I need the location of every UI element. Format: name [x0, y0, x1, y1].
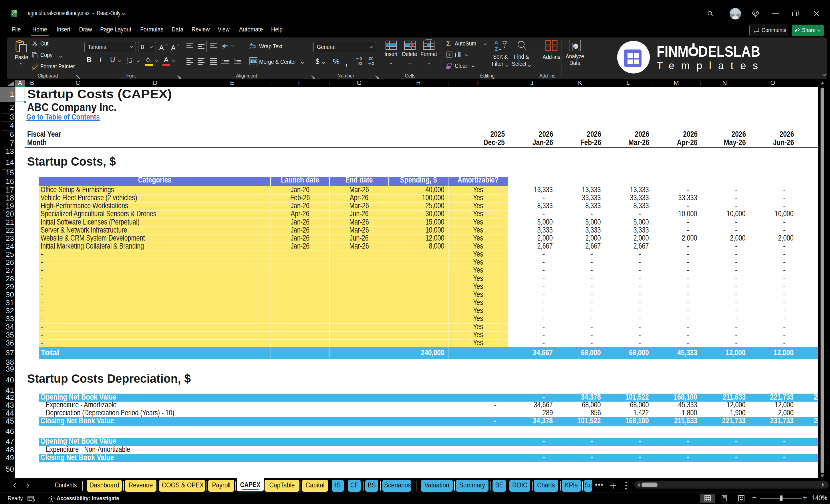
svg-text:.00: .00 [356, 61, 362, 66]
svg-text:Templates: Templates [657, 60, 758, 71]
svg-text:0: 0 [372, 61, 374, 66]
svg-text:FINM: FINM [657, 43, 689, 60]
svg-text:DELSLAB: DELSLAB [698, 43, 760, 60]
svg-text:Z: Z [495, 46, 498, 52]
svg-text:x: x [12, 12, 14, 16]
svg-text:c: c [249, 46, 251, 50]
svg-text:ab: ab [249, 43, 253, 46]
svg-text:0: 0 [360, 56, 362, 61]
svg-text:A: A [494, 40, 498, 45]
svg-text:.00: .00 [368, 56, 374, 61]
svg-text:ab: ab [222, 43, 226, 48]
